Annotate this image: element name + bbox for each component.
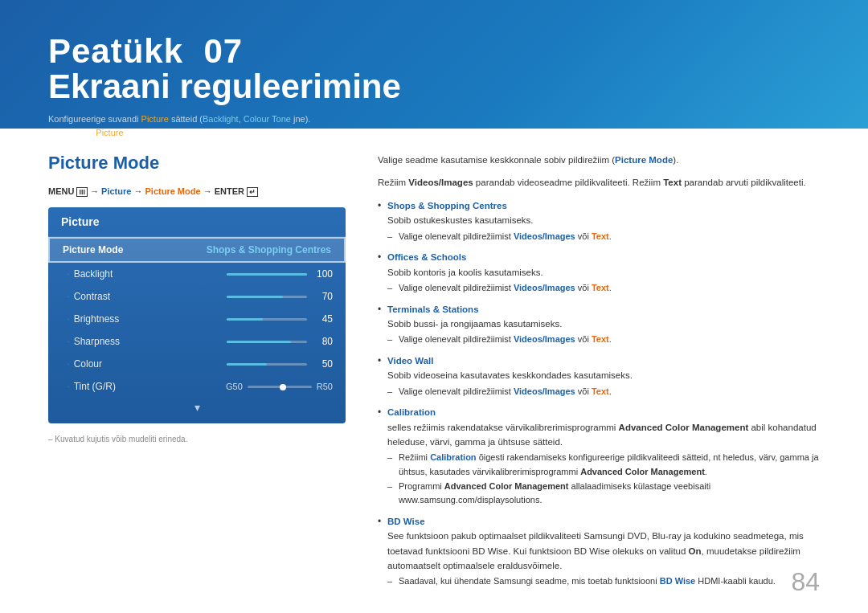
mode-bdwise-sub1: Saadaval, kui ühendate Samsungi seadme, … xyxy=(387,574,820,589)
brightness-label: Brightness xyxy=(74,313,120,325)
mode-calibration-sub1: Režiimi Calibration õigesti rakendamisek… xyxy=(387,451,820,479)
menu-picture: Picture xyxy=(101,186,131,196)
panel-item-tint[interactable]: · Tint (G/R) G50 R50 xyxy=(48,375,346,398)
on-bold: On xyxy=(689,546,702,556)
acm-bold1: Advanced Color Management xyxy=(619,423,749,432)
mode-offices-sublist: Valige olenevalt pildirežiimist Videos/I… xyxy=(387,281,820,296)
mode-calibration-title: Calibration xyxy=(387,407,436,417)
mode-bdwise: BD Wise See funktsioon pakub optimaalset… xyxy=(378,514,820,589)
panel-note: Kuvatud kujutis võib mudeliti erineda. xyxy=(48,435,346,443)
right-column: Valige seadme kasutamise keskkonnale sob… xyxy=(378,153,820,589)
videos-images-link2: Videos/Images xyxy=(514,283,575,292)
sharpness-value: 80 xyxy=(313,336,333,347)
calibration-link: Calibration xyxy=(430,452,476,462)
mode-list: Shops & Shopping Centres Sobib ostukesku… xyxy=(378,198,820,589)
left-column: Picture Mode MENU III → Picture → Pictur… xyxy=(48,153,346,589)
mode-offices-title: Offices & Schools xyxy=(387,252,466,262)
section-title: Picture Mode xyxy=(48,153,346,174)
subtitle-picture-link: Picture xyxy=(141,114,169,124)
intro-text-1: Valige seadme kasutamise keskkonnale sob… xyxy=(378,153,820,167)
text-link: Text xyxy=(592,231,609,241)
panel-mode-value: Shops & Shopping Centres xyxy=(207,244,331,255)
colour-value: 50 xyxy=(313,358,333,370)
bdwise-link3: BD Wise xyxy=(660,576,696,586)
mode-videowall: Video Wall Sobib videoseina kasutavates … xyxy=(378,353,820,398)
sharpness-label: Sharpness xyxy=(74,336,120,347)
mode-videowall-title: Video Wall xyxy=(387,356,434,366)
panel-item-contrast[interactable]: · Contrast 70 xyxy=(48,285,346,308)
subtitle-picture-link2: Picture xyxy=(96,128,123,137)
subtitle-text6: menüüsuvandite paigutus võib erineda sõl… xyxy=(124,128,356,137)
acm-bold2: Advanced Color Management xyxy=(580,467,705,476)
text-link2: Text xyxy=(592,283,609,292)
subtitle-line2: Funktsiooni Picture menüüsuvandite paigu… xyxy=(48,126,820,140)
mode-shops-desc: Sobib ostukeskustes kasutamiseks. xyxy=(387,215,534,225)
header-subtitle: Konfigureerige suvandi Picture sätteid (… xyxy=(48,112,820,139)
subtitle-text4: jne). xyxy=(291,114,310,124)
panel-mode-label: Picture Mode xyxy=(63,244,123,255)
backlight-label: Backlight xyxy=(74,268,113,280)
subtitle-text2: sätteid ( xyxy=(169,114,203,124)
text-bold: Text xyxy=(663,178,682,187)
videos-images-bold: Videos/Images xyxy=(408,178,473,187)
panel-item-backlight[interactable]: · Backlight 100 xyxy=(48,263,346,285)
contrast-track[interactable] xyxy=(227,296,307,298)
mode-terminals-sublist: Valige olenevalt pildirežiimist Videos/I… xyxy=(387,333,820,347)
subtitle-colourtone-link: Colour Tone xyxy=(244,114,291,124)
colour-label: Colour xyxy=(74,358,102,370)
tint-label: Tint (G/R) xyxy=(74,381,116,392)
mode-bdwise-desc: See funktsioon pakub optimaalset pildikv… xyxy=(387,531,804,570)
panel-selected-row[interactable]: Picture Mode Shops & Shopping Centres xyxy=(48,237,346,263)
page-number: 84 xyxy=(791,567,820,597)
menu-path-text: MENU III → xyxy=(48,186,101,196)
backlight-fill xyxy=(227,273,307,276)
contrast-label: Contrast xyxy=(74,291,110,302)
contrast-value: 70 xyxy=(313,291,333,302)
dot-icon: · xyxy=(68,272,69,276)
subtitle-backlight-link: Backlight xyxy=(203,114,239,124)
mode-shops-sublist: Valige olenevalt pildirežiimist Videos/I… xyxy=(387,230,820,244)
brightness-track[interactable] xyxy=(227,318,307,321)
mode-videowall-sub: Valige olenevalt pildirežiimist Videos/I… xyxy=(387,385,820,399)
picture-panel: Picture Picture Mode Shops & Shopping Ce… xyxy=(48,207,346,423)
dot-icon: · xyxy=(68,362,69,366)
mode-videowall-desc: Sobib videoseina kasutavates keskkondade… xyxy=(387,370,633,380)
mode-offices-desc: Sobib kontoris ja koolis kasutamiseks. xyxy=(387,268,543,277)
menu-arrow2: → ENTER ↵ xyxy=(201,186,258,196)
dot-icon: · xyxy=(68,384,69,389)
main-content: Picture Mode MENU III → Picture → Pictur… xyxy=(0,129,868,613)
panel-item-sharpness[interactable]: · Sharpness 80 xyxy=(48,330,346,353)
subtitle-text1: Konfigureerige suvandi xyxy=(48,114,141,124)
menu-picturemode: Picture Mode xyxy=(145,186,201,196)
header: Peatükk 07 Ekraani reguleerimine Konfigu… xyxy=(0,0,868,129)
menu-path: MENU III → Picture → Picture Mode → ENTE… xyxy=(48,186,346,196)
chapter-number: 07 xyxy=(203,32,243,70)
mode-calibration: Calibration selles režiimis rakendatakse… xyxy=(378,405,820,508)
contrast-fill xyxy=(227,296,283,298)
bdwise-link2: BD Wise xyxy=(574,546,610,556)
mode-videowall-sublist: Valige olenevalt pildirežiimist Videos/I… xyxy=(387,385,820,399)
acm-bold3: Advanced Color Management xyxy=(444,481,569,491)
tint-track[interactable] xyxy=(248,386,312,388)
mode-offices-sub: Valige olenevalt pildirežiimist Videos/I… xyxy=(387,281,820,296)
panel-header: Picture xyxy=(48,207,346,237)
text-link4: Text xyxy=(592,386,609,396)
colour-track[interactable] xyxy=(227,363,307,366)
videos-images-link: Videos/Images xyxy=(514,231,575,241)
page-title: Ekraani reguleerimine xyxy=(48,67,820,106)
videos-images-link3: Videos/Images xyxy=(514,334,575,344)
sharpness-track[interactable] xyxy=(227,341,307,343)
panel-scroll-down[interactable]: ▾ xyxy=(48,398,346,414)
panel-item-colour[interactable]: · Colour 50 xyxy=(48,353,346,375)
bdwise-link1: BD Wise xyxy=(473,546,509,556)
chapter-line: Peatükk 07 xyxy=(48,32,820,71)
mode-terminals-desc: Sobib bussi- ja rongijaamas kasutamiseks… xyxy=(387,319,562,329)
tint-r-value: R50 xyxy=(317,382,333,391)
panel-item-brightness[interactable]: · Brightness 45 xyxy=(48,308,346,330)
mode-terminals-sub: Valige olenevalt pildirežiimist Videos/I… xyxy=(387,333,820,347)
dot-icon: · xyxy=(68,339,69,344)
text-link3: Text xyxy=(592,334,609,344)
mode-shops-sub: Valige olenevalt pildirežiimist Videos/I… xyxy=(387,230,820,244)
backlight-track[interactable] xyxy=(227,273,307,276)
chapter-prefix: Peatükk xyxy=(48,32,183,70)
